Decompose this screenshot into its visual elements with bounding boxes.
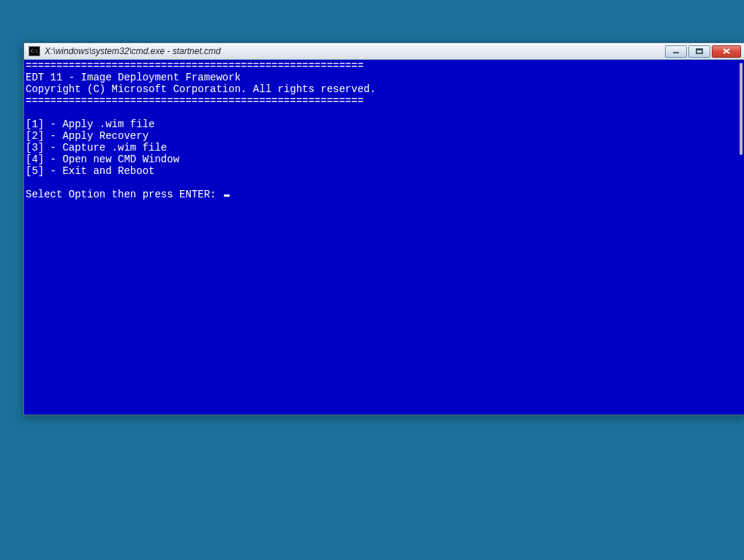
window-controls: [665, 45, 741, 58]
maximize-button[interactable]: [688, 45, 710, 58]
minimize-button[interactable]: [665, 45, 687, 58]
cmd-window[interactable]: X:\windows\system32\cmd.exe - startnet.c…: [23, 42, 744, 415]
text-cursor: [224, 194, 230, 197]
console-area[interactable]: ========================================…: [24, 60, 744, 415]
console-output: ========================================…: [26, 60, 737, 412]
window-title: X:\windows\system32\cmd.exe - startnet.c…: [45, 46, 665, 56]
scrollbar-thumb[interactable]: [740, 63, 743, 155]
titlebar[interactable]: X:\windows\system32\cmd.exe - startnet.c…: [24, 43, 744, 60]
cmd-icon: [29, 46, 40, 56]
close-button[interactable]: [712, 45, 741, 58]
